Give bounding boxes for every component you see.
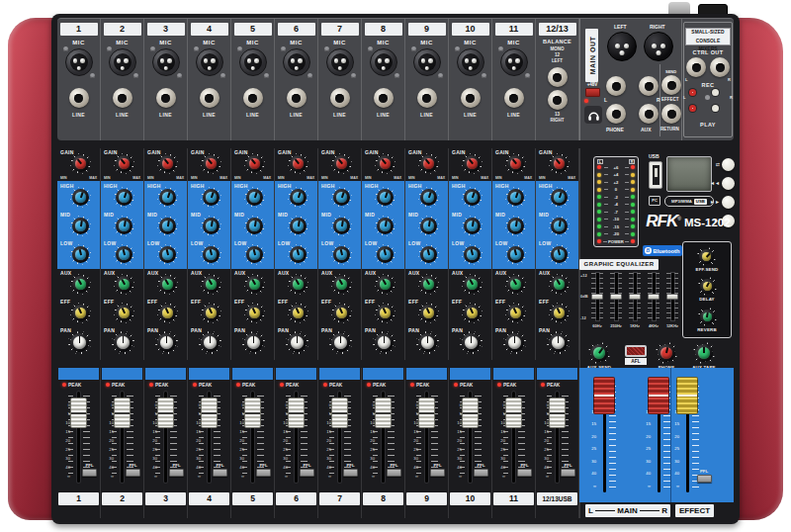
eff-knob[interactable] — [201, 303, 221, 323]
pfl-button[interactable] — [343, 469, 358, 477]
fader-handle[interactable] — [201, 398, 218, 428]
low-knob[interactable] — [70, 244, 91, 265]
mid-knob[interactable] — [288, 216, 308, 236]
pan-knob[interactable] — [286, 331, 308, 354]
fader-handle[interactable] — [505, 398, 522, 428]
main-left-fader-handle[interactable] — [593, 377, 615, 414]
eff-knob[interactable] — [331, 303, 352, 323]
gain-knob[interactable] — [375, 153, 396, 174]
pfl-button[interactable] — [126, 469, 140, 477]
delay-knob[interactable] — [698, 277, 717, 296]
pfl-button[interactable] — [300, 469, 314, 477]
fader-handle[interactable] — [288, 398, 305, 428]
eff-send-knob[interactable] — [697, 247, 716, 266]
aux-knob[interactable] — [418, 274, 439, 295]
pan-knob[interactable] — [155, 331, 178, 354]
fader-handle[interactable] — [244, 398, 261, 428]
pfl-button[interactable] — [474, 469, 488, 477]
fader-handle[interactable] — [418, 398, 435, 428]
gain-knob[interactable] — [244, 153, 265, 174]
pan-knob[interactable] — [242, 331, 265, 354]
pan-knob[interactable] — [112, 331, 134, 354]
pfl-button[interactable] — [430, 469, 445, 477]
gain-knob[interactable] — [70, 153, 91, 174]
high-knob[interactable] — [331, 187, 352, 208]
fader-handle[interactable] — [549, 398, 566, 428]
loop-button[interactable] — [722, 158, 735, 171]
pfl-button[interactable] — [256, 469, 271, 477]
aux-knob[interactable] — [549, 274, 570, 295]
eff-knob[interactable] — [157, 303, 178, 323]
aux-knob[interactable] — [331, 274, 352, 295]
eff-knob[interactable] — [375, 303, 396, 323]
aux-knob[interactable] — [375, 274, 396, 295]
high-knob[interactable] — [244, 187, 265, 208]
gain-knob[interactable] — [288, 153, 308, 174]
previous-button[interactable] — [722, 177, 735, 190]
low-knob[interactable] — [288, 244, 308, 265]
eq-slider-handle[interactable] — [629, 294, 641, 300]
eff-knob[interactable] — [70, 303, 91, 323]
eff-knob[interactable] — [462, 303, 483, 323]
gain-knob[interactable] — [201, 153, 221, 174]
eq-slider-handle[interactable] — [648, 294, 659, 300]
low-knob[interactable] — [505, 244, 526, 265]
pan-knob[interactable] — [68, 331, 91, 354]
fader-handle[interactable] — [114, 398, 131, 428]
low-knob[interactable] — [201, 244, 221, 265]
pfl-button[interactable] — [387, 469, 401, 477]
next-button[interactable] — [722, 196, 735, 209]
aux-knob[interactable] — [70, 274, 91, 295]
high-knob[interactable] — [114, 187, 134, 208]
aux-knob[interactable] — [505, 274, 526, 295]
high-knob[interactable] — [70, 187, 91, 208]
low-knob[interactable] — [244, 244, 265, 265]
high-knob[interactable] — [288, 187, 308, 208]
pfl-button[interactable] — [82, 469, 97, 477]
gain-knob[interactable] — [418, 153, 439, 174]
low-knob[interactable] — [549, 244, 570, 265]
gain-knob[interactable] — [549, 153, 570, 174]
mid-knob[interactable] — [114, 216, 134, 236]
aux-knob[interactable] — [114, 274, 134, 295]
pan-knob[interactable] — [373, 331, 396, 354]
pfl-button[interactable] — [697, 475, 712, 483]
fader-handle[interactable] — [331, 398, 348, 428]
eff-knob[interactable] — [114, 303, 134, 323]
aux-knob[interactable] — [462, 274, 483, 295]
pan-knob[interactable] — [503, 331, 526, 354]
mid-knob[interactable] — [244, 216, 265, 236]
gain-knob[interactable] — [462, 153, 483, 174]
eq-slider-handle[interactable] — [666, 294, 678, 300]
pfl-button[interactable] — [213, 469, 227, 477]
phone-knob[interactable] — [656, 342, 677, 364]
high-knob[interactable] — [201, 187, 221, 208]
pan-knob[interactable] — [547, 331, 570, 354]
high-knob[interactable] — [549, 187, 570, 208]
eq-slider-handle[interactable] — [610, 294, 622, 300]
mid-knob[interactable] — [549, 216, 570, 236]
low-knob[interactable] — [462, 244, 483, 265]
eff-knob[interactable] — [418, 303, 439, 323]
fader-handle[interactable] — [375, 398, 392, 428]
low-knob[interactable] — [114, 244, 134, 265]
pan-knob[interactable] — [416, 331, 439, 354]
eff-knob[interactable] — [505, 303, 526, 323]
high-knob[interactable] — [505, 187, 526, 208]
pan-knob[interactable] — [199, 331, 221, 354]
high-knob[interactable] — [418, 187, 439, 208]
gain-knob[interactable] — [331, 153, 352, 174]
eq-slider-handle[interactable] — [591, 294, 603, 300]
aux-tape-knob[interactable] — [693, 342, 715, 364]
mid-knob[interactable] — [331, 216, 352, 236]
fader-handle[interactable] — [70, 398, 87, 428]
fader-handle[interactable] — [157, 398, 174, 428]
eff-knob[interactable] — [244, 303, 265, 323]
gain-knob[interactable] — [114, 153, 134, 174]
low-knob[interactable] — [375, 244, 396, 265]
mid-knob[interactable] — [375, 216, 396, 236]
high-knob[interactable] — [375, 187, 396, 208]
effect-fader-handle[interactable] — [676, 377, 698, 414]
mid-knob[interactable] — [70, 216, 91, 236]
pan-knob[interactable] — [460, 331, 483, 354]
